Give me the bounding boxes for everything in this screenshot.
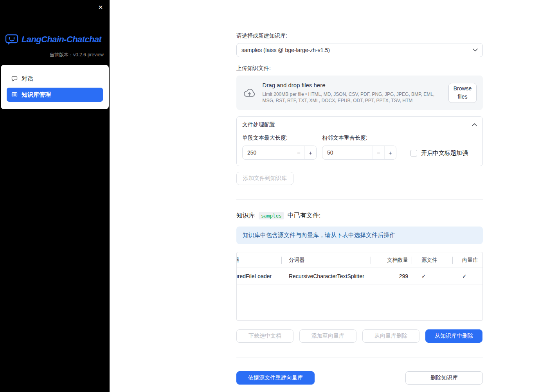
delete-from-kb-button[interactable]: 从知识库中删除 — [425, 329, 482, 343]
table-row[interactable]: uredFileLoader RecursiveCharacterTextSpl… — [237, 268, 482, 284]
main-content: 请选择或新建知识库: samples (faiss @ bge-large-zh… — [110, 0, 540, 392]
info-alert: 知识库中包含源文件与向量库，请从下表中选择文件后操作 — [236, 227, 483, 244]
card-list-icon — [11, 92, 18, 98]
kb-files-table[interactable]: 器 分词器 文档数量 源文件 向量库 uredFileLoader Recurs… — [236, 252, 483, 321]
table-header-row: 器 分词器 文档数量 源文件 向量库 — [237, 252, 482, 268]
column-header-vector-store[interactable]: 向量库 — [453, 252, 482, 268]
kb-bottom-buttons: 依据源文件重建向量库 删除知识库 — [236, 371, 483, 385]
sidebar-item-chat[interactable]: 对话 — [7, 72, 103, 86]
add-files-to-kb-button[interactable]: 添加文件到知识库 — [236, 172, 293, 185]
version-text: 当前版本：v0.2.6-preview — [0, 52, 104, 58]
cell-vector-store-check: ✓ — [453, 268, 482, 284]
kb-files-title: 知识库 samples 中已有文件: — [236, 212, 483, 220]
delete-kb-button[interactable]: 删除知识库 — [405, 371, 483, 385]
file-config-expander: 文件处理配置 单段文本最大长度: 250 − + — [236, 116, 483, 166]
browse-files-button[interactable]: Browse files — [448, 83, 477, 103]
sidebar-menu: 对话 知识库管理 — [1, 65, 109, 109]
max-length-label: 单段文本最大长度: — [242, 135, 317, 142]
max-length-group: 单段文本最大长度: 250 − + — [242, 135, 317, 160]
kb-select-value: samples (faiss @ bge-large-zh-v1.5) — [241, 47, 330, 53]
column-header-source-file[interactable]: 源文件 — [412, 252, 453, 268]
file-config-title: 文件处理配置 — [242, 121, 275, 128]
kb-files-prefix: 知识库 — [236, 212, 255, 220]
upload-cloud-icon — [243, 88, 256, 98]
version-label: 当前版本： — [50, 52, 73, 58]
max-length-value[interactable]: 250 — [243, 146, 293, 159]
overlap-length-value[interactable]: 50 — [322, 146, 373, 159]
download-selected-button[interactable]: 下载选中文档 — [236, 329, 293, 343]
sidebar-close-icon[interactable]: ✕ — [96, 3, 105, 12]
info-alert-text: 知识库中包含源文件与向量库，请从下表中选择文件后操作 — [243, 232, 395, 238]
logo-text: LangChain-Chatchat — [22, 34, 101, 45]
sidebar-item-label: 对话 — [22, 75, 33, 83]
chat-bubble-icon — [11, 76, 18, 82]
upload-label: 上传知识文件: — [236, 65, 483, 72]
overlap-length-group: 相邻文本重合长度: 50 − + — [322, 135, 396, 160]
version-value: v0.2.6-preview — [73, 52, 104, 58]
delete-from-vector-store-button[interactable]: 从向量库删除 — [362, 329, 419, 343]
max-length-increment-button[interactable]: + — [304, 146, 316, 159]
file-config-expander-header[interactable]: 文件处理配置 — [242, 121, 477, 128]
column-header-loader[interactable]: 器 — [237, 252, 282, 268]
kb-files-suffix: 中已有文件: — [288, 212, 320, 220]
column-header-doc-count[interactable]: 文档数量 — [371, 252, 412, 268]
zh-title-enhance-checkbox-row[interactable]: 开启中文标题加强 — [410, 149, 468, 157]
content-column: 请选择或新建知识库: samples (faiss @ bge-large-zh… — [236, 0, 483, 385]
rebuild-vector-store-button[interactable]: 依据源文件重建向量库 — [236, 371, 315, 385]
column-header-splitter[interactable]: 分词器 — [282, 252, 371, 268]
chevron-up-icon — [472, 123, 477, 126]
cell-source-file-check: ✓ — [412, 268, 453, 284]
uploader-title: Drag and drop files here — [263, 82, 442, 88]
logo-chat-bubble-icon — [5, 34, 18, 45]
file-config-body: 单段文本最大长度: 250 − + 相邻文本重合长度: 50 − + — [242, 135, 477, 160]
kb-select-label: 请选择或新建知识库: — [236, 32, 483, 40]
sidebar: ✕ LangChain-Chatchat 当前版本：v0.2.6-preview… — [0, 0, 110, 392]
zh-title-enhance-label: 开启中文标题加强 — [421, 149, 468, 157]
kb-name-code: samples — [259, 212, 284, 219]
overlap-length-input[interactable]: 50 − + — [322, 146, 396, 160]
overlap-length-increment-button[interactable]: + — [384, 146, 396, 159]
app-logo: LangChain-Chatchat — [5, 34, 106, 45]
cell-splitter: RecursiveCharacterTextSplitter — [282, 268, 371, 284]
file-dropzone[interactable]: Drag and drop files here Limit 200MB per… — [236, 76, 483, 110]
sidebar-item-knowledge-base[interactable]: 知识库管理 — [7, 88, 103, 102]
divider — [236, 199, 483, 200]
max-length-input[interactable]: 250 − + — [242, 146, 317, 160]
uploader-text: Drag and drop files here Limit 200MB per… — [263, 82, 442, 104]
kb-select[interactable]: samples (faiss @ bge-large-zh-v1.5) — [236, 43, 483, 57]
cell-loader: uredFileLoader — [237, 268, 282, 284]
cell-doc-count: 299 — [371, 268, 412, 284]
overlap-length-label: 相邻文本重合长度: — [322, 135, 396, 142]
divider — [236, 358, 483, 358]
chevron-down-icon — [473, 49, 478, 52]
app-window: ✕ LangChain-Chatchat 当前版本：v0.2.6-preview… — [0, 0, 540, 392]
uploader-limit: Limit 200MB per file • HTML, MD, JSON, C… — [263, 91, 442, 104]
overlap-length-decrement-button[interactable]: − — [373, 146, 384, 159]
add-to-vector-store-button[interactable]: 添加至向量库 — [299, 329, 356, 343]
sidebar-item-label: 知识库管理 — [22, 91, 51, 99]
file-action-buttons: 下载选中文档 添加至向量库 从向量库删除 从知识库中删除 — [236, 329, 483, 343]
checkbox-icon[interactable] — [410, 150, 417, 156]
max-length-decrement-button[interactable]: − — [293, 146, 304, 159]
